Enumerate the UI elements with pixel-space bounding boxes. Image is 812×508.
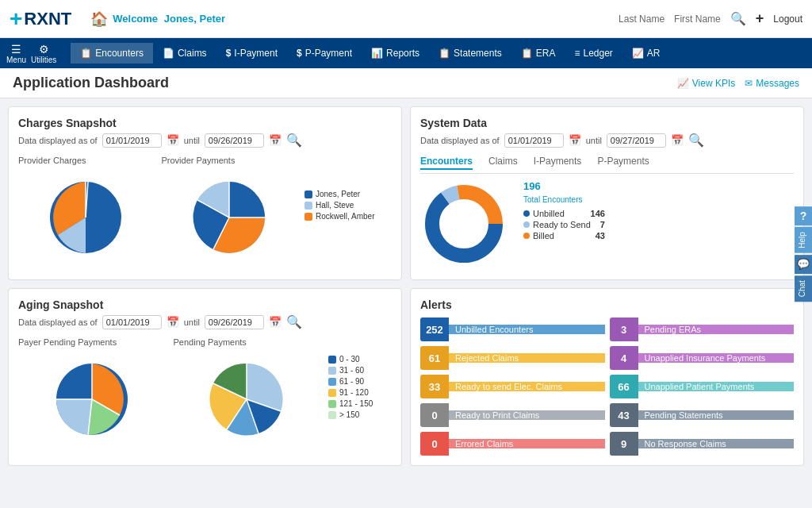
nav-ar[interactable]: 📈 AR xyxy=(622,43,670,64)
charges-search-button[interactable]: 🔍 xyxy=(286,133,302,148)
system-tabs: Encounters Claims I-Payments P-Payments xyxy=(420,156,794,174)
legend-61-90: 61 - 90 xyxy=(328,377,392,386)
nav-claims[interactable]: 📄 Claims xyxy=(153,43,216,64)
system-search-button[interactable]: 🔍 xyxy=(688,133,704,148)
aging-charts-row: Payer Pending Payments Pending Payments xyxy=(18,337,392,439)
menu-button[interactable]: ☰ Menu xyxy=(6,43,26,64)
messages-label: Messages xyxy=(756,78,799,89)
tab-encounters[interactable]: Encounters xyxy=(420,156,473,170)
provider-charges-label: Provider Charges xyxy=(18,156,86,165)
nav-encounters[interactable]: 📋 Encounters xyxy=(71,43,153,64)
claims-icon: 📄 xyxy=(163,48,174,59)
stat-ready: Ready to Send 7 xyxy=(523,220,605,229)
charges-charts-row: Provider Charges Provider Payments xyxy=(18,156,392,257)
alert-label-rejected-claims: Rejected Claims xyxy=(449,353,605,363)
view-kpis-button[interactable]: 📈 View KPIs xyxy=(677,78,735,89)
tab-claims[interactable]: Claims xyxy=(488,156,518,170)
ar-icon: 📈 xyxy=(632,48,644,59)
alert-pending-eras[interactable]: 3 Pending ERAs xyxy=(610,318,795,341)
tab-ipayments[interactable]: I-Payments xyxy=(534,156,582,170)
nav-ppayment[interactable]: $ P-Payment xyxy=(287,43,362,64)
alert-pending-statements[interactable]: 43 Pending Statements xyxy=(610,403,795,427)
side-help-panel: ? Help 💬 Chat xyxy=(795,206,812,302)
alert-ready-elec-claims[interactable]: 33 Ready to send Elec. Claims xyxy=(420,375,605,398)
first-name-label: First Name xyxy=(674,13,721,25)
encounters-donut-chart xyxy=(420,180,508,270)
alert-no-response-claims[interactable]: 9 No Response Claims xyxy=(610,432,795,456)
alerts-left-column: 252 Unbilled Encounters 61 Rejected Clai… xyxy=(420,318,605,456)
aging-date-row: Data displayed as of 📅 until 📅 🔍 xyxy=(18,314,392,329)
logo-text: RXNT xyxy=(24,9,71,29)
menu-label: Menu xyxy=(6,56,26,64)
charges-from-date[interactable] xyxy=(102,133,162,148)
aging-from-date[interactable] xyxy=(102,315,162,329)
nav-era-label: ERA xyxy=(536,48,556,59)
nav-ipayment[interactable]: $ I-Payment xyxy=(216,43,287,64)
statements-icon: 📋 xyxy=(439,48,450,59)
charges-from-cal-icon[interactable]: 📅 xyxy=(167,134,179,146)
welcome-label: Welcome Jones, Peter xyxy=(113,13,225,25)
help-button[interactable]: Help xyxy=(795,227,812,253)
alert-num-ready-print-claims: 0 xyxy=(420,403,449,427)
alert-num-pending-eras: 3 xyxy=(610,318,638,341)
messages-button[interactable]: ✉ Messages xyxy=(745,78,799,89)
view-kpis-label: View KPIs xyxy=(692,78,735,89)
legend-dot-121-150 xyxy=(328,400,336,408)
charges-to-cal-icon[interactable]: 📅 xyxy=(269,134,282,146)
stat-label-ready: Ready to Send xyxy=(533,220,591,229)
payer-pending-chart: Payer Pending Payments xyxy=(18,337,166,439)
aging-to-cal-icon[interactable]: 📅 xyxy=(269,316,282,328)
alert-unapplied-insurance[interactable]: 4 Unapplied Insurance Payments xyxy=(610,346,795,370)
nav-ledger-label: Ledger xyxy=(583,48,612,59)
system-from-date[interactable] xyxy=(504,133,564,148)
provider-charges-chart: Provider Charges xyxy=(18,156,154,257)
system-from-cal-icon[interactable]: 📅 xyxy=(569,134,581,146)
legend-item-rockwell: Rockwell, Amber xyxy=(304,212,392,221)
aging-legend: 0 - 30 31 - 60 61 - 90 91 - 120 121 - 15… xyxy=(328,355,392,421)
legend-item-hall: Hall, Steve xyxy=(304,201,392,210)
user-name: Jones, Peter xyxy=(164,13,225,25)
aging-to-date[interactable] xyxy=(205,315,264,329)
search-icon[interactable]: 🔍 xyxy=(730,11,746,26)
alert-rejected-claims[interactable]: 61 Rejected Claims xyxy=(420,346,605,370)
help-question-button[interactable]: ? xyxy=(795,206,812,225)
encounters-icon: 📋 xyxy=(80,48,92,59)
alert-errored-claims[interactable]: 0 Errored Claims xyxy=(420,432,605,456)
nav-statements-label: Statements xyxy=(454,48,502,59)
payer-pending-label: Payer Pending Payments xyxy=(18,337,117,347)
nav-era[interactable]: 📋 ERA xyxy=(511,43,565,64)
stat-unbilled: Unbilled 146 xyxy=(523,209,605,218)
nav-ledger[interactable]: ≡ Ledger xyxy=(565,43,622,64)
system-to-date[interactable] xyxy=(607,133,666,148)
pending-pie xyxy=(199,352,294,439)
utilities-label: Utilities xyxy=(31,56,56,64)
legend-dot-gt-150 xyxy=(328,411,336,419)
alert-unapplied-patient[interactable]: 66 Unapplied Patient Payments xyxy=(610,375,795,398)
nav-ppayment-label: P-Payment xyxy=(305,48,352,59)
aging-from-cal-icon[interactable]: 📅 xyxy=(167,316,179,328)
charges-to-date[interactable] xyxy=(205,133,264,148)
nav-reports[interactable]: 📊 Reports xyxy=(362,43,429,64)
legend-gt-150: > 150 xyxy=(328,410,392,419)
encounters-stats: 196 Total Encounters Unbilled 146 Ready … xyxy=(523,180,605,242)
nav-statements[interactable]: 📋 Statements xyxy=(429,43,511,64)
legend-dot-jones xyxy=(304,190,312,198)
page-actions: 📈 View KPIs ✉ Messages xyxy=(677,78,799,89)
total-encounters-value: 196 xyxy=(523,180,605,192)
top-bar: + RXNT 🏠 Welcome Jones, Peter Last Name … xyxy=(0,0,812,38)
add-icon[interactable]: + xyxy=(756,10,764,27)
alert-label-errored-claims: Errored Claims xyxy=(449,439,605,448)
utilities-button[interactable]: ⚙ Utilities xyxy=(31,43,56,64)
alert-unbilled-encounters[interactable]: 252 Unbilled Encounters xyxy=(420,318,605,341)
legend-dot-hall xyxy=(304,202,312,210)
alert-ready-print-claims[interactable]: 0 Ready to Print Claims xyxy=(420,403,605,427)
system-to-cal-icon[interactable]: 📅 xyxy=(671,134,684,146)
logout-button[interactable]: Logout xyxy=(773,13,802,25)
era-icon: 📋 xyxy=(521,48,533,59)
alert-label-ready-print-claims: Ready to Print Claims xyxy=(449,410,605,420)
aging-search-button[interactable]: 🔍 xyxy=(286,314,302,329)
stat-billed: Billed 43 xyxy=(523,231,605,241)
tab-ppayments[interactable]: P-Payments xyxy=(597,156,649,170)
chat-button[interactable]: Chat xyxy=(795,275,812,302)
donut-svg xyxy=(420,180,508,267)
